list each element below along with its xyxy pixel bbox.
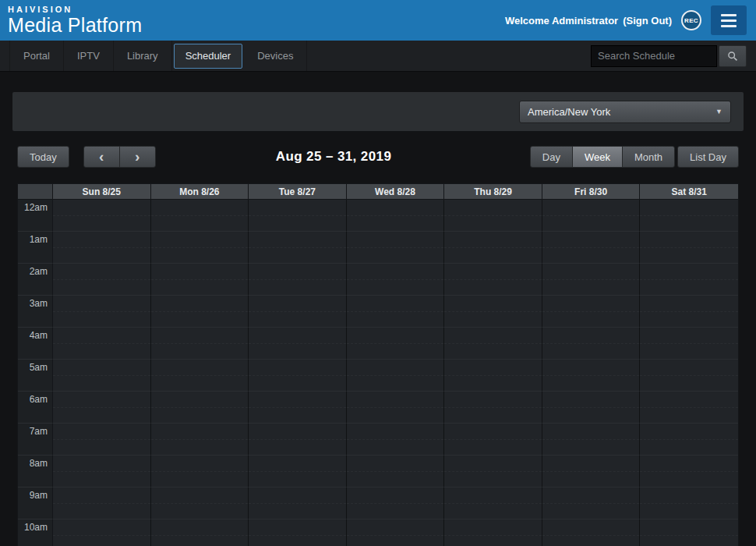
time-slot[interactable] [640, 392, 738, 424]
search-button[interactable] [719, 45, 747, 67]
time-slot[interactable] [542, 200, 641, 232]
time-slot[interactable] [444, 264, 542, 296]
time-slot[interactable] [151, 392, 249, 424]
time-slot[interactable] [542, 519, 641, 546]
time-slot[interactable] [249, 519, 347, 546]
search-input[interactable] [591, 45, 717, 67]
time-slot[interactable] [53, 200, 151, 232]
prev-week-button[interactable]: ‹ [83, 146, 120, 168]
time-slot[interactable] [249, 424, 347, 456]
time-slot[interactable] [53, 424, 151, 456]
time-slot[interactable] [151, 328, 249, 360]
time-slot[interactable] [444, 296, 542, 328]
time-slot[interactable] [249, 264, 347, 296]
time-slot[interactable] [542, 264, 641, 296]
tab-scheduler[interactable]: Scheduler [174, 44, 243, 69]
time-slot[interactable] [347, 264, 445, 296]
time-slot[interactable] [542, 232, 641, 264]
time-slot[interactable] [542, 328, 641, 360]
time-slot[interactable] [347, 488, 445, 519]
time-slot[interactable] [444, 488, 542, 519]
tab-portal[interactable]: Portal [9, 41, 64, 71]
topbar-right: Welcome Administrator (Sign Out) REC [505, 5, 747, 35]
time-slot[interactable] [53, 232, 151, 264]
time-slot[interactable] [640, 424, 738, 456]
time-slot[interactable] [640, 232, 738, 264]
time-slot[interactable] [249, 296, 347, 328]
time-slot[interactable] [444, 456, 542, 488]
time-slot[interactable] [444, 392, 542, 424]
time-slot[interactable] [444, 424, 542, 456]
time-slot[interactable] [444, 519, 542, 546]
brand-logo: HAIVISION Media Platform [8, 5, 142, 35]
tab-devices[interactable]: Devices [244, 41, 307, 71]
time-slot[interactable] [249, 488, 347, 519]
time-slot[interactable] [53, 488, 151, 519]
time-slot[interactable] [347, 424, 445, 456]
time-slot[interactable] [347, 519, 445, 546]
time-slot[interactable] [640, 360, 738, 392]
time-slot[interactable] [640, 200, 738, 232]
view-button-week[interactable]: Week [572, 146, 623, 168]
time-slot[interactable] [347, 232, 445, 264]
time-slot[interactable] [640, 488, 738, 519]
sign-out-link[interactable]: (Sign Out) [623, 15, 672, 27]
time-slot[interactable] [151, 200, 249, 232]
time-slot[interactable] [151, 232, 249, 264]
time-slot[interactable] [151, 424, 249, 456]
time-slot[interactable] [542, 392, 641, 424]
time-slot[interactable] [347, 328, 445, 360]
time-slot[interactable] [53, 264, 151, 296]
time-slot[interactable] [151, 519, 249, 546]
time-slot[interactable] [249, 200, 347, 232]
time-slot[interactable] [347, 392, 445, 424]
next-week-button[interactable]: › [119, 146, 156, 168]
list-day-button[interactable]: List Day [677, 146, 739, 168]
view-switcher: DayWeekMonth [530, 146, 675, 168]
time-slot[interactable] [444, 232, 542, 264]
time-slot[interactable] [151, 488, 249, 519]
time-slot[interactable] [444, 200, 542, 232]
time-slot[interactable] [347, 200, 445, 232]
time-slot[interactable] [151, 360, 249, 392]
time-slot[interactable] [542, 488, 641, 519]
time-slot[interactable] [640, 519, 738, 546]
time-slot[interactable] [640, 456, 738, 488]
time-slot[interactable] [151, 456, 249, 488]
time-slot[interactable] [640, 296, 738, 328]
time-slot[interactable] [53, 456, 151, 488]
view-button-month[interactable]: Month [622, 146, 675, 168]
view-button-day[interactable]: Day [530, 146, 573, 168]
tab-library[interactable]: Library [114, 41, 172, 71]
time-slot[interactable] [444, 328, 542, 360]
time-slot[interactable] [249, 360, 347, 392]
time-slot[interactable] [542, 296, 641, 328]
time-label: 10am [18, 519, 53, 546]
time-label: 1am [18, 232, 53, 264]
time-slot[interactable] [53, 328, 151, 360]
tab-iptv[interactable]: IPTV [64, 41, 114, 71]
time-slot[interactable] [640, 328, 738, 360]
hamburger-menu-button[interactable] [711, 5, 747, 35]
time-slot[interactable] [347, 456, 445, 488]
time-slot[interactable] [640, 264, 738, 296]
time-slot[interactable] [249, 456, 347, 488]
timezone-select[interactable]: America/New York ▼ [519, 101, 731, 123]
time-slot[interactable] [542, 456, 641, 488]
time-slot[interactable] [542, 360, 641, 392]
today-button[interactable]: Today [17, 146, 69, 168]
time-slot[interactable] [249, 328, 347, 360]
rec-indicator-button[interactable]: REC [681, 10, 701, 30]
time-slot[interactable] [151, 264, 249, 296]
time-slot[interactable] [151, 296, 249, 328]
time-slot[interactable] [249, 232, 347, 264]
time-slot[interactable] [347, 296, 445, 328]
time-slot[interactable] [444, 360, 542, 392]
time-slot[interactable] [53, 296, 151, 328]
time-slot[interactable] [53, 392, 151, 424]
time-slot[interactable] [53, 360, 151, 392]
time-slot[interactable] [347, 360, 445, 392]
time-slot[interactable] [53, 519, 151, 546]
time-slot[interactable] [249, 392, 347, 424]
time-slot[interactable] [542, 424, 641, 456]
